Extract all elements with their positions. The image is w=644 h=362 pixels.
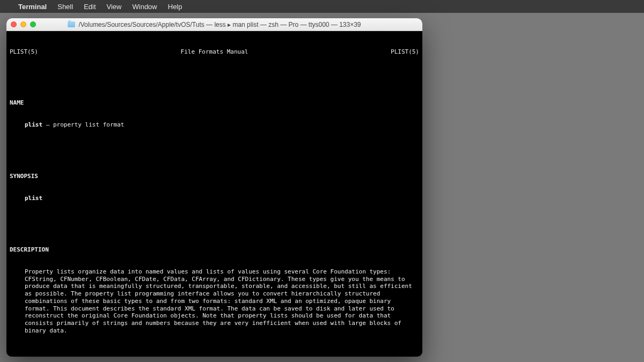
- menubar-item-view[interactable]: View: [107, 3, 122, 11]
- section-synopsis-body: plist: [10, 195, 419, 202]
- folder-icon: [68, 21, 75, 27]
- man-header-center: File Formats Manual: [181, 48, 248, 56]
- menubar-item-edit[interactable]: Edit: [84, 3, 96, 11]
- zoom-icon[interactable]: [30, 21, 36, 27]
- window-title: /Volumes/Sources/Sources/Apple/tvOS/Tuts…: [78, 21, 361, 28]
- menubar-item-shell[interactable]: Shell: [57, 3, 73, 11]
- terminal-content[interactable]: PLIST(5) File Formats Manual PLIST(5) NA…: [6, 31, 422, 357]
- menubar-app-name[interactable]: Terminal: [18, 3, 47, 11]
- traffic-lights: [11, 21, 36, 27]
- man-header: PLIST(5) File Formats Manual PLIST(5): [10, 48, 419, 56]
- section-name-heading: NAME: [10, 99, 419, 107]
- terminal-window: /Volumes/Sources/Sources/Apple/tvOS/Tuts…: [6, 18, 422, 357]
- window-title-wrap: /Volumes/Sources/Sources/Apple/tvOS/Tuts…: [6, 21, 422, 28]
- minimize-icon[interactable]: [20, 21, 26, 27]
- name-cmd: plist: [25, 121, 42, 128]
- menubar-item-window[interactable]: Window: [133, 3, 157, 11]
- name-desc: property list format: [53, 121, 124, 128]
- description-p1: Property lists organize data into named …: [10, 268, 419, 335]
- name-dash: –: [42, 121, 53, 128]
- section-synopsis-heading: SYNOPSIS: [10, 173, 419, 180]
- window-titlebar[interactable]: /Volumes/Sources/Sources/Apple/tvOS/Tuts…: [6, 18, 422, 31]
- section-description-heading: DESCRIPTION: [10, 246, 419, 254]
- man-header-left: PLIST(5): [10, 48, 38, 56]
- close-icon[interactable]: [11, 21, 17, 27]
- man-header-right: PLIST(5): [391, 48, 419, 56]
- menubar-item-help[interactable]: Help: [168, 3, 182, 11]
- macos-menubar: Terminal Shell Edit View Window Help: [0, 0, 644, 13]
- section-name-body: plist – property list format: [10, 121, 419, 129]
